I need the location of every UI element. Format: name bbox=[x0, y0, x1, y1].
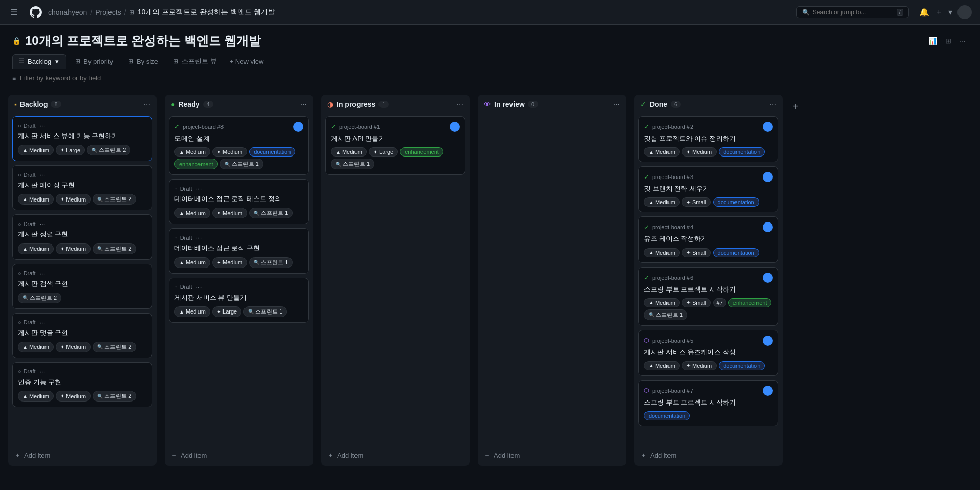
column-done: ✓ Done 6 ··· ✓ project-board #2 깃헙 프로젝트와… bbox=[634, 95, 783, 466]
card-header-row: ✓ project-board #6 bbox=[644, 273, 773, 283]
tab-backlog[interactable]: ☰ Backlog ▾ bbox=[12, 54, 66, 69]
card-avatar bbox=[763, 172, 773, 182]
card[interactable]: ○ Draft ··· 게시판 댓글 구현 ▲Medium✦Medium🔍스프린… bbox=[12, 313, 152, 358]
card-board-id: project-board #1 bbox=[339, 124, 380, 130]
filter-icon: ≡ bbox=[12, 75, 16, 82]
card-title: 게시판 정렬 구현 bbox=[18, 230, 147, 239]
add-item-label: Add item bbox=[494, 452, 520, 459]
tag-priority: ▲Medium bbox=[174, 208, 210, 218]
card-header-row: ✓ project-board #2 bbox=[644, 122, 773, 132]
column-menu-button-backlog[interactable]: ··· bbox=[144, 100, 150, 109]
grid-view-button[interactable]: ⊞ bbox=[943, 35, 953, 47]
card-draft-row: ○ Draft ··· bbox=[18, 171, 147, 179]
tab-backlog-dropdown[interactable]: ▾ bbox=[54, 58, 60, 65]
tags-row: ▲Medium✦Large🔍스프린트 1 bbox=[174, 306, 303, 317]
card-menu-button[interactable]: ··· bbox=[40, 220, 46, 228]
card[interactable]: ○ Draft ··· 데이터베이스 접근 로직 테스트 정의 ▲Medium✦… bbox=[169, 179, 309, 224]
add-item-button-in-progress[interactable]: ＋ Add item bbox=[327, 449, 463, 462]
tab-sprint-view[interactable]: ⊞ 스프린트 뷰 bbox=[167, 53, 224, 70]
card[interactable]: ○ Draft ··· 게시판 페이징 구현 ▲Medium✦Medium🔍스프… bbox=[12, 165, 152, 210]
tag-enhancement: enhancement bbox=[400, 147, 443, 157]
breadcrumb-sep2: / bbox=[124, 8, 126, 16]
draft-circle-icon: ○ bbox=[18, 172, 21, 178]
breadcrumb-projects[interactable]: Projects bbox=[95, 8, 121, 16]
tab-by-priority[interactable]: ⊞ By priority bbox=[69, 54, 120, 69]
user-menu-chevron[interactable]: ▾ bbox=[946, 5, 954, 19]
card[interactable]: ✓ project-board #6 스프링 부트 프로젝트 시작하기 ▲Med… bbox=[638, 267, 778, 326]
done-status-icon: ✓ bbox=[644, 274, 649, 281]
add-item-label: Add item bbox=[650, 452, 676, 459]
card[interactable]: ○ Draft ··· 인증 기능 구현 ▲Medium✦Medium🔍스프린트… bbox=[12, 362, 152, 407]
tabs-bar: ☰ Backlog ▾ ⊞ By priority ⊞ By size ⊞ 스프… bbox=[0, 49, 980, 70]
draft-circle-icon: ○ bbox=[18, 319, 21, 325]
card[interactable]: ✓ project-board #2 깃헙 프로젝트와 이슈 정리하기 ▲Med… bbox=[638, 116, 778, 162]
column-menu-button-done[interactable]: ··· bbox=[770, 100, 776, 109]
add-item-button-backlog[interactable]: ＋ Add item bbox=[14, 449, 150, 462]
add-item-button-done[interactable]: ＋ Add item bbox=[640, 449, 776, 462]
more-options-button[interactable]: ··· bbox=[957, 35, 968, 47]
tag-size: ✦Large bbox=[212, 306, 241, 317]
tag-size: ✦Small bbox=[682, 197, 711, 207]
card-title: 게시판 검색 구현 bbox=[18, 279, 147, 288]
card[interactable]: ✓ project-board #8 도메인 설계 ▲Medium✦Medium… bbox=[169, 116, 309, 175]
size-icon: ✦ bbox=[686, 149, 691, 155]
tag-priority: ▲Medium bbox=[18, 391, 54, 402]
card-menu-button[interactable]: ··· bbox=[40, 171, 46, 179]
chart-view-button[interactable]: 📊 bbox=[926, 35, 939, 47]
card-menu-button[interactable]: ··· bbox=[40, 319, 46, 326]
column-menu-button-in-progress[interactable]: ··· bbox=[457, 100, 463, 109]
add-column-button[interactable]: + bbox=[791, 99, 801, 115]
tags-row: ▲Medium✦Smalldocumentation bbox=[644, 197, 773, 207]
add-item-button-in-review[interactable]: ＋ Add item bbox=[484, 449, 620, 462]
card-board-id: project-board #5 bbox=[652, 338, 693, 344]
card[interactable]: ⬡ project-board #5 게시판 서비스 유즈케이스 작성 ▲Med… bbox=[638, 330, 778, 376]
card[interactable]: ✓ project-board #1 게시판 API 만들기 ▲Medium✦L… bbox=[325, 116, 465, 175]
card-menu-button[interactable]: ··· bbox=[40, 270, 46, 277]
column-menu-button-ready[interactable]: ··· bbox=[300, 100, 307, 109]
column-footer-done: ＋ Add item bbox=[634, 444, 783, 466]
filter-input[interactable] bbox=[20, 74, 968, 82]
card-board-id: project-board #7 bbox=[652, 388, 693, 394]
card-menu-button[interactable]: ··· bbox=[196, 234, 202, 241]
column-menu-button-in-review[interactable]: ··· bbox=[613, 100, 620, 109]
card[interactable]: ○ Draft ··· 게시판 정렬 구현 ▲Medium✦Medium🔍스프린… bbox=[12, 214, 152, 259]
done-status-icon: ✓ bbox=[644, 123, 649, 130]
user-avatar[interactable] bbox=[957, 5, 972, 19]
column-footer-in-progress: ＋ Add item bbox=[321, 444, 470, 466]
card[interactable]: ○ Draft ··· 게시판 검색 구현 🔍스프린트 2 bbox=[12, 264, 152, 309]
sprint-icon: 🔍 bbox=[97, 197, 103, 202]
tags-row: ▲Medium✦Medium🔍스프린트 1 bbox=[174, 208, 303, 218]
card-menu-button[interactable]: ··· bbox=[40, 368, 46, 375]
column-in-progress: ◑ In progress 1 ··· ✓ project-board #1 게… bbox=[321, 95, 470, 466]
card[interactable]: ○ Draft ··· 데이터베이스 접근 로직 구현 ▲Medium✦Medi… bbox=[169, 228, 309, 273]
tag-sprint: 🔍스프린트 1 bbox=[249, 208, 293, 218]
card[interactable]: ✓ project-board #3 깃 브랜치 전략 세우기 ▲Medium✦… bbox=[638, 166, 778, 212]
add-item-button-ready[interactable]: ＋ Add item bbox=[171, 449, 307, 462]
card[interactable]: ○ Draft ··· 게시판 서비스 뷰 만들기 ▲Medium✦Large🔍… bbox=[169, 278, 309, 323]
sprint-icon: 🔍 bbox=[97, 246, 103, 251]
column-body-in-progress: ✓ project-board #1 게시판 API 만들기 ▲Medium✦L… bbox=[321, 114, 470, 444]
priority-icon: ▲ bbox=[23, 344, 28, 350]
notifications-button[interactable]: 🔔 bbox=[917, 5, 931, 19]
card-menu-button[interactable]: ··· bbox=[196, 185, 202, 192]
github-logo[interactable] bbox=[28, 4, 44, 20]
card[interactable]: ✓ project-board #4 유즈 케이스 작성하기 ▲Medium✦S… bbox=[638, 216, 778, 262]
add-column-area: + bbox=[791, 95, 807, 466]
tab-by-size[interactable]: ⊞ By size bbox=[122, 54, 165, 69]
card-avatar bbox=[763, 336, 773, 346]
breadcrumb-user[interactable]: chonahyeon bbox=[48, 8, 87, 16]
card-menu-button[interactable]: ··· bbox=[40, 122, 46, 129]
card[interactable]: ⬡ project-board #7 스프링 부트 프로젝트 시작하기 docu… bbox=[638, 380, 778, 426]
draft-label: Draft bbox=[24, 319, 36, 325]
tag-doc: documentation bbox=[249, 147, 295, 157]
draft-circle-icon: ○ bbox=[18, 123, 21, 129]
tag-priority: ▲Medium bbox=[174, 257, 210, 268]
card-menu-button[interactable]: ··· bbox=[196, 283, 202, 291]
new-view-button[interactable]: + New view bbox=[226, 55, 268, 69]
size-icon: ✦ bbox=[217, 210, 221, 216]
card[interactable]: ○ Draft ··· 게시판 서비스 뷰에 기능 구현하기 ▲Medium✦L… bbox=[12, 116, 152, 161]
create-button[interactable]: + bbox=[934, 6, 943, 19]
search-input[interactable] bbox=[813, 9, 894, 16]
hamburger-button[interactable]: ☰ bbox=[8, 5, 19, 19]
draft-circle-icon: ○ bbox=[18, 270, 21, 276]
